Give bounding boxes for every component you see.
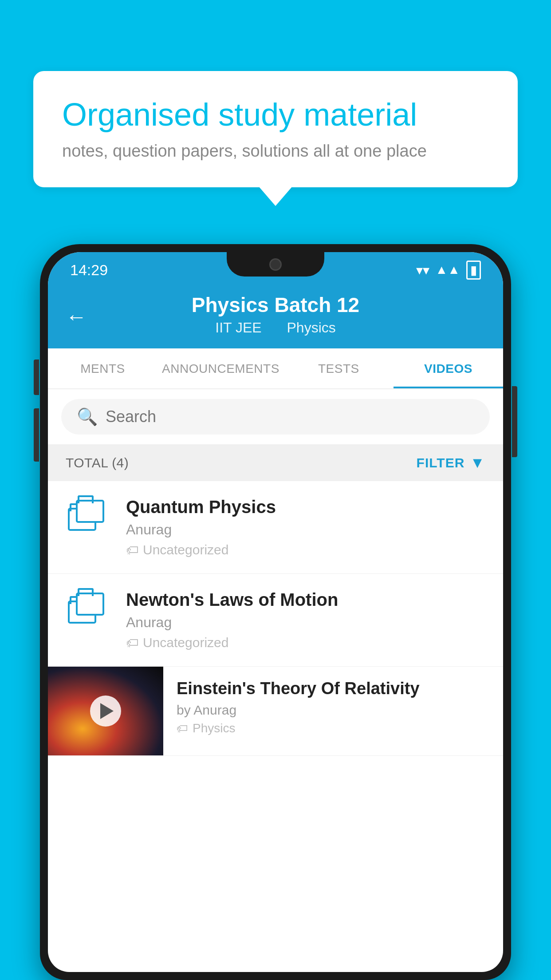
front-camera bbox=[269, 258, 282, 271]
video-author-2: Anurag bbox=[126, 614, 485, 631]
play-button-3[interactable] bbox=[90, 695, 121, 727]
battery-icon: ▮ bbox=[466, 261, 481, 280]
search-icon: 🔍 bbox=[77, 407, 98, 427]
tab-tests[interactable]: TESTS bbox=[284, 348, 394, 388]
filter-icon: ▼ bbox=[470, 454, 485, 471]
tag-icon-3: 🏷 bbox=[177, 722, 188, 735]
video-tag-3: 🏷 Physics bbox=[177, 721, 490, 735]
tag-label-2: Uncategorized bbox=[143, 635, 228, 650]
video-thumbnail-3 bbox=[48, 667, 163, 755]
tag-label-1: Uncategorized bbox=[143, 542, 228, 557]
video-list: Quantum Physics Anurag 🏷 Uncategorized bbox=[48, 481, 503, 756]
signal-icon: ▲▲ bbox=[436, 263, 460, 277]
filter-bar: TOTAL (4) FILTER ▼ bbox=[48, 444, 503, 481]
video-title-1: Quantum Physics bbox=[126, 497, 485, 517]
bubble-title: Organised study material bbox=[62, 95, 489, 134]
header-tag-iit: IIT JEE bbox=[215, 320, 261, 336]
video-info-3: Einstein's Theory Of Relativity by Anura… bbox=[163, 667, 503, 748]
tag-label-3: Physics bbox=[193, 721, 235, 735]
video-icon-wrap-1 bbox=[66, 497, 110, 535]
video-tag-2: 🏷 Uncategorized bbox=[126, 635, 485, 650]
header-title: Physics Batch 12 bbox=[70, 293, 481, 317]
video-item-1[interactable]: Quantum Physics Anurag 🏷 Uncategorized bbox=[48, 481, 503, 574]
phone-side-button-vol2 bbox=[34, 408, 39, 462]
video-title-2: Newton's Laws of Motion bbox=[126, 590, 485, 610]
back-button[interactable]: ← bbox=[66, 304, 87, 328]
phone-side-button-vol bbox=[34, 360, 39, 395]
video-item-3[interactable]: Einstein's Theory Of Relativity by Anura… bbox=[48, 667, 503, 756]
header-subtitle: IIT JEE Physics bbox=[70, 320, 481, 336]
folder-icon-2 bbox=[68, 593, 108, 628]
status-time: 14:29 bbox=[70, 261, 108, 279]
tag-icon-1: 🏷 bbox=[126, 543, 138, 557]
tab-ments[interactable]: MENTS bbox=[48, 348, 157, 388]
filter-button[interactable]: FILTER ▼ bbox=[417, 454, 485, 471]
video-tag-1: 🏷 Uncategorized bbox=[126, 542, 485, 557]
phone-frame: 14:29 ▾▾ ▲▲ ▮ ← Physics Batch 12 IIT JEE… bbox=[40, 244, 511, 980]
search-box: 🔍 bbox=[61, 399, 490, 435]
video-item-2[interactable]: Newton's Laws of Motion Anurag 🏷 Uncateg… bbox=[48, 574, 503, 667]
video-author-3: by Anurag bbox=[177, 703, 490, 718]
thumbnail-bg-3 bbox=[48, 667, 163, 755]
video-icon-wrap-2 bbox=[66, 590, 110, 628]
folder-icon-1 bbox=[68, 500, 108, 535]
bubble-subtitle: notes, question papers, solutions all at… bbox=[62, 142, 489, 161]
header-tag-physics: Physics bbox=[287, 320, 335, 336]
phone-notch bbox=[227, 252, 324, 277]
total-count: TOTAL (4) bbox=[66, 455, 129, 470]
search-input[interactable] bbox=[106, 407, 474, 426]
app-header: ← Physics Batch 12 IIT JEE Physics bbox=[48, 284, 503, 348]
wifi-icon: ▾▾ bbox=[416, 262, 429, 278]
tab-announcements[interactable]: ANNOUNCEMENTS bbox=[157, 348, 284, 388]
filter-label: FILTER bbox=[417, 455, 465, 470]
phone-screen: 14:29 ▾▾ ▲▲ ▮ ← Physics Batch 12 IIT JEE… bbox=[48, 252, 503, 972]
search-container: 🔍 bbox=[48, 389, 503, 444]
video-info-2: Newton's Laws of Motion Anurag 🏷 Uncateg… bbox=[126, 590, 485, 650]
play-triangle-icon bbox=[100, 703, 114, 719]
tab-bar: MENTS ANNOUNCEMENTS TESTS VIDEOS bbox=[48, 348, 503, 389]
video-title-3: Einstein's Theory Of Relativity bbox=[177, 679, 490, 698]
phone-side-button-power bbox=[512, 386, 517, 457]
video-author-1: Anurag bbox=[126, 522, 485, 538]
tab-videos[interactable]: VIDEOS bbox=[394, 348, 503, 388]
video-info-1: Quantum Physics Anurag 🏷 Uncategorized bbox=[126, 497, 485, 557]
status-icons: ▾▾ ▲▲ ▮ bbox=[416, 261, 481, 280]
speech-bubble: Organised study material notes, question… bbox=[33, 71, 518, 187]
tag-icon-2: 🏷 bbox=[126, 636, 138, 650]
